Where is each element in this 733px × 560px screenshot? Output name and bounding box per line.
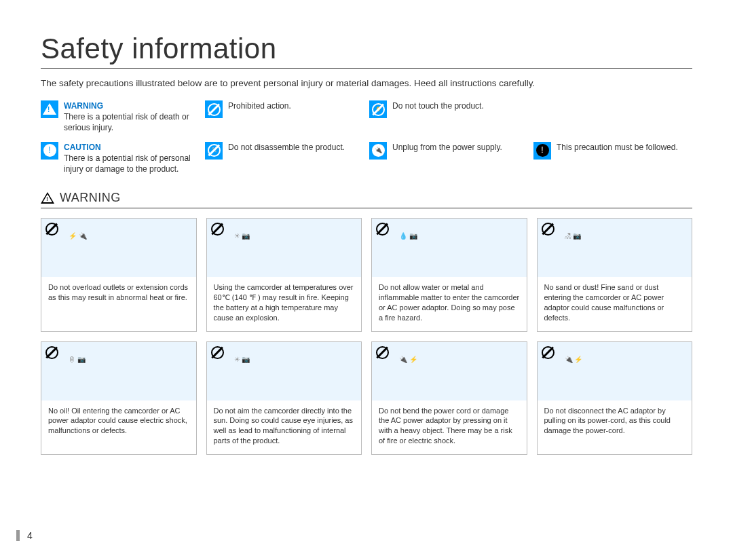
illustration: 🛢 📷 [69,356,86,363]
prohibit-icon [376,346,389,359]
legend-grid: WARNING There is a potential risk of dea… [41,100,692,174]
legend-prohibited: Prohibited action. [205,100,364,134]
prohibit-icon [45,223,58,236]
illustration: 🔌 ⚡ [399,356,417,363]
card-text: Do not allow water or metal and inflamma… [372,277,527,331]
card-oil: 🛢 📷 No oil! Oil entering the camcorder o… [41,341,197,455]
prohibited-icon [205,100,223,118]
legend-caution-label: CAUTION [64,142,200,153]
warning-section-title: WARNING [60,191,121,205]
legend-no-touch: ✋ Do not touch the product. [369,100,528,134]
illustration: ⚡ 🔌 [69,232,87,240]
page-number: 4 [27,530,33,541]
legend-unplug: 🔌 Unplug from the power supply. [369,142,528,175]
card-text: Do not bend the power cord or damage the… [372,400,527,454]
must-follow-icon: ! [533,142,551,160]
warning-section-icon: ! [41,192,54,204]
prohibit-icon [45,346,58,359]
illustration: 🔌 ⚡ [565,356,583,363]
warning-triangle-icon [41,100,58,118]
card-sand-dust: 🏖 📷 No sand or dust! Fine sand or dust e… [537,218,693,331]
legend-must-follow: ! This precaution must be followed. [533,142,692,175]
legend-warning-text: There is a potential risk of death or se… [64,111,200,133]
legend-prohibited-text: Prohibited action. [228,100,364,111]
card-pull-cord: 🔌 ⚡ Do not disconnect the AC adaptor by … [537,341,693,455]
card-text: Do not aim the camcorder directly into t… [207,400,362,454]
legend-no-disassemble: 🔧 Do not disassemble the product. [205,142,364,175]
card-text: No sand or dust! Fine sand or dust enter… [538,277,692,331]
legend-caution: ! CAUTION There is a potential risk of p… [41,142,200,175]
legend-warning: WARNING There is a potential risk of dea… [41,100,200,134]
card-text: No oil! Oil entering the camcorder or AC… [41,400,196,445]
intro-text: The safety precautions illustrated below… [41,78,692,88]
no-disassemble-icon: 🔧 [205,142,223,160]
prohibit-icon [542,346,555,359]
prohibit-icon [376,223,389,236]
prohibit-icon [542,223,555,236]
illustration: ☀ 📷 [234,356,250,363]
legend-no-touch-text: Do not touch the product. [392,100,528,111]
card-overload: ⚡ 🔌 Do not overload outlets or extension… [41,218,197,331]
caution-circle-icon: ! [41,142,58,160]
card-text: Do not disconnect the AC adaptor by pull… [538,400,692,445]
card-water-metal: 💧 📷 Do not allow water or metal and infl… [371,218,527,331]
prohibit-icon [211,223,224,236]
legend-unplug-text: Unplug from the power supply. [392,142,528,153]
warning-section-header: ! WARNING [41,191,692,208]
card-text: Do not overload outlets or extension cor… [41,277,196,311]
card-text: Using the camcorder at temperatures over… [207,277,362,331]
page-edge-marker [16,530,20,541]
illustration: ☀ 📷 [234,232,250,240]
page-title: Safety information [41,33,692,69]
illustration: 💧 📷 [399,232,417,240]
card-grid-row2: 🛢 📷 No oil! Oil entering the camcorder o… [41,341,692,455]
unplug-icon: 🔌 [369,142,387,160]
no-touch-icon: ✋ [369,100,387,118]
card-grid-row1: ⚡ 🔌 Do not overload outlets or extension… [41,218,692,331]
card-temperature: ☀ 📷 Using the camcorder at temperatures … [206,218,362,331]
legend-caution-text: There is a potential risk of personal in… [64,153,200,174]
illustration: 🏖 📷 [565,232,582,240]
legend-must-follow-text: This precaution must be followed. [557,142,692,153]
card-bend-cord: 🔌 ⚡ Do not bend the power cord or damage… [371,341,527,455]
prohibit-icon [211,346,224,359]
legend-no-disassemble-text: Do not disassemble the product. [228,142,364,153]
legend-warning-label: WARNING [64,100,200,111]
card-sun: ☀ 📷 Do not aim the camcorder directly in… [206,341,362,455]
